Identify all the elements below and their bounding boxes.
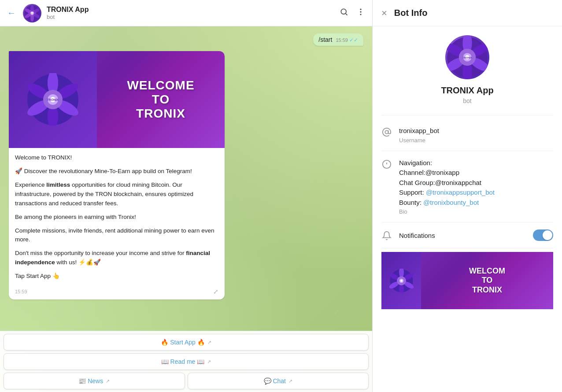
username-label: Username — [399, 137, 553, 144]
button-row-3: 📰 News ↗ 💬 Chat ↗ — [4, 373, 369, 389]
bounty-label: Bounty: — [399, 199, 423, 206]
more-options-icon[interactable] — [356, 7, 365, 18]
bell-icon — [381, 230, 392, 241]
thumbnail-right: WELCOM TO TRONIX — [421, 266, 553, 295]
bot-profile: TRONIX TRONIX App bot — [381, 35, 553, 115]
start-app-button[interactable]: 🔥 Start App 🔥 ↗ — [4, 334, 369, 351]
external-link-icon-4: ↗ — [288, 378, 292, 384]
svg-point-16 — [360, 14, 361, 15]
bio-label: Bio — [399, 208, 553, 215]
svg-point-39 — [385, 130, 388, 133]
svg-line-13 — [346, 14, 348, 15]
chat-avatar: TRONIX — [23, 4, 41, 22]
external-link-icon-2: ↗ — [207, 359, 211, 365]
info-header: × Bot Info — [373, 0, 562, 26]
bot-name: TRONIX App — [441, 85, 493, 96]
info-panel-title: Bot Info — [394, 8, 428, 18]
chat-subtitle: bot — [47, 14, 334, 20]
svg-point-14 — [360, 9, 361, 10]
svg-point-6 — [30, 15, 34, 21]
back-button[interactable]: ← — [7, 8, 16, 18]
svg-point-15 — [360, 11, 361, 12]
chat-header: ← TRONIX TRONIX App bot — [0, 0, 372, 26]
info-body: TRONIX TRONIX App bot tronixapp_bot User… — [373, 26, 562, 392]
navigation-label: Navigation: — [399, 159, 432, 166]
svg-point-3 — [30, 5, 34, 11]
svg-point-52 — [400, 280, 403, 282]
sent-message-text: /start — [318, 36, 332, 43]
button-row-1: 🔥 Start App 🔥 ↗ — [4, 334, 369, 351]
message-ticks: ✓✓ — [349, 37, 358, 43]
bot-message-footer: 15:59 ⤢ — [9, 286, 225, 300]
expand-icon[interactable]: ⤢ — [213, 288, 218, 295]
bounty-link[interactable]: @tronixbounty_bot — [423, 199, 479, 206]
start-app-label: 🔥 Start App 🔥 — [161, 339, 204, 346]
notifications-row: Notifications — [381, 222, 553, 248]
news-label: 📰 News — [78, 377, 103, 385]
banner-image: TRONIX WELCOME TO TRONIX — [9, 51, 225, 148]
thumbnail-left — [381, 252, 421, 309]
username-value: tronixapp_bot — [399, 126, 553, 136]
support-link[interactable]: @tronixappsupport_bot — [426, 189, 495, 196]
button-row-2: 📖 Read me 📖 ↗ — [4, 353, 369, 370]
read-me-label: 📖 Read me 📖 — [161, 358, 205, 365]
chat-name: TRONIX App — [47, 6, 334, 14]
support-label: Support: — [399, 189, 426, 196]
banner-left: TRONIX — [9, 51, 97, 148]
notifications-left: Notifications — [381, 229, 435, 241]
chat-header-info: TRONIX App bot — [47, 6, 334, 20]
search-icon[interactable] — [340, 7, 348, 18]
notifications-label: Notifications — [399, 232, 435, 239]
banner-right: WELCOME TO TRONIX — [97, 74, 225, 126]
sent-message-time: 15:59 ✓✓ — [336, 37, 358, 43]
bot-message-time: 15:59 — [15, 289, 27, 294]
sent-message: /start 15:59 ✓✓ — [313, 33, 363, 46]
notifications-toggle[interactable] — [533, 229, 553, 241]
banner-text: WELCOME TO TRONIX — [127, 78, 194, 121]
bio-text: Navigation: Channel:@tronixapp Chat Grou… — [399, 158, 553, 208]
bio-row: Navigation: Channel:@tronixapp Chat Grou… — [381, 151, 553, 223]
bot-type: bot — [463, 97, 471, 104]
svg-text:TRONIX: TRONIX — [30, 13, 34, 14]
external-link-icon-3: ↗ — [106, 378, 110, 384]
svg-text:TRONIX: TRONIX — [47, 98, 59, 101]
info-panel: × Bot Info TRONIX — [372, 0, 562, 392]
bot-message-text: Welcome to TRONIX! 🚀 Discover the revolu… — [9, 148, 225, 286]
chat-label: 💬 Chat — [264, 377, 286, 385]
read-me-button[interactable]: 📖 Read me 📖 ↗ — [4, 353, 369, 370]
bot-message-card: TRONIX WELCOME TO TRONIX Welcome to TRON… — [9, 51, 225, 300]
info-icon — [381, 159, 392, 170]
username-row: tronixapp_bot Username — [381, 119, 553, 151]
chat-group-text: Chat Group:@tronixappchat — [399, 179, 481, 186]
close-button[interactable]: × — [381, 8, 387, 18]
chat-body: /start 15:59 ✓✓ — [0, 26, 372, 331]
bio-content: Navigation: Channel:@tronixapp Chat Grou… — [399, 158, 553, 215]
info-thumbnail: WELCOM TO TRONIX — [381, 252, 553, 309]
username-content: tronixapp_bot Username — [399, 126, 553, 144]
thumbnail-text: WELCOM TO TRONIX — [469, 266, 505, 295]
at-icon — [381, 127, 392, 137]
chat-buttons: 🔥 Start App 🔥 ↗ 📖 Read me 📖 ↗ 📰 News ↗ 💬… — [0, 331, 372, 392]
svg-text:TRONIX: TRONIX — [462, 56, 472, 59]
svg-point-12 — [341, 9, 346, 14]
channel-text: Channel:@tronixapp — [399, 169, 459, 176]
chat-header-icons — [340, 7, 365, 18]
news-button[interactable]: 📰 News ↗ — [4, 373, 185, 389]
external-link-icon: ↗ — [207, 340, 211, 345]
chat-button[interactable]: 💬 Chat ↗ — [188, 373, 369, 389]
chat-panel: ← TRONIX TRONIX App bot — [0, 0, 372, 392]
bot-avatar: TRONIX — [445, 35, 489, 79]
